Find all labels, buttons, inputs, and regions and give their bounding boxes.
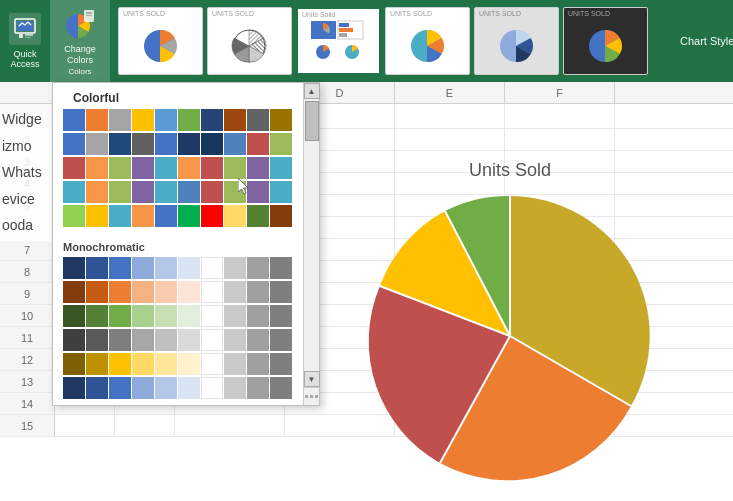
scroll-thumb[interactable] (305, 101, 319, 141)
color-swatch[interactable] (178, 329, 200, 351)
color-swatch[interactable] (109, 205, 131, 227)
color-swatch[interactable] (132, 133, 154, 155)
color-swatch[interactable] (224, 157, 246, 179)
color-swatch[interactable] (86, 181, 108, 203)
color-swatch[interactable] (201, 181, 223, 203)
color-swatch[interactable] (86, 157, 108, 179)
color-swatch[interactable] (270, 157, 292, 179)
color-swatch[interactable] (201, 205, 223, 227)
color-swatch[interactable] (132, 157, 154, 179)
chart-thumb-4[interactable]: UNITS SOLD (385, 7, 470, 75)
color-swatch[interactable] (155, 353, 177, 375)
cell[interactable] (505, 129, 615, 150)
color-swatch[interactable] (63, 377, 85, 399)
color-swatch[interactable] (155, 181, 177, 203)
color-swatch[interactable] (201, 329, 223, 351)
chart-thumb-6[interactable]: UNITS SOLD (563, 7, 648, 75)
color-swatch[interactable] (270, 109, 292, 131)
color-swatch[interactable] (63, 133, 85, 155)
color-swatch[interactable] (178, 377, 200, 399)
color-swatch[interactable] (63, 281, 85, 303)
color-swatch[interactable] (178, 205, 200, 227)
color-swatch[interactable] (155, 205, 177, 227)
color-swatch[interactable] (247, 133, 269, 155)
color-swatch[interactable] (63, 305, 85, 327)
color-swatch[interactable] (132, 205, 154, 227)
color-swatch[interactable] (270, 329, 292, 351)
color-swatch[interactable] (270, 281, 292, 303)
color-swatch[interactable] (270, 181, 292, 203)
cell[interactable] (175, 415, 285, 436)
color-swatch[interactable] (155, 305, 177, 327)
color-swatch[interactable] (155, 109, 177, 131)
color-swatch[interactable] (201, 353, 223, 375)
color-swatch[interactable] (201, 109, 223, 131)
color-swatch[interactable] (224, 281, 246, 303)
color-swatch[interactable] (86, 377, 108, 399)
color-swatch[interactable] (86, 133, 108, 155)
color-swatch[interactable] (132, 257, 154, 279)
color-swatch[interactable] (178, 281, 200, 303)
color-swatch[interactable] (247, 257, 269, 279)
color-swatch[interactable] (247, 157, 269, 179)
color-swatch[interactable] (132, 353, 154, 375)
color-swatch[interactable] (270, 257, 292, 279)
chart-thumb-5[interactable]: UNITS SOLD (474, 7, 559, 75)
color-swatch[interactable] (155, 377, 177, 399)
color-swatch[interactable] (224, 305, 246, 327)
color-swatch[interactable] (109, 377, 131, 399)
cell[interactable] (395, 129, 505, 150)
color-swatch[interactable] (224, 133, 246, 155)
color-swatch[interactable] (86, 305, 108, 327)
color-swatch[interactable] (247, 353, 269, 375)
color-swatch[interactable] (201, 305, 223, 327)
color-swatch[interactable] (109, 329, 131, 351)
color-swatch[interactable] (178, 181, 200, 203)
color-swatch[interactable] (155, 257, 177, 279)
color-swatch[interactable] (178, 157, 200, 179)
color-swatch[interactable] (178, 109, 200, 131)
color-swatch[interactable] (178, 305, 200, 327)
color-swatch[interactable] (109, 353, 131, 375)
color-swatch[interactable] (86, 329, 108, 351)
color-swatch[interactable] (86, 281, 108, 303)
color-swatch[interactable] (247, 205, 269, 227)
color-swatch[interactable] (224, 205, 246, 227)
cell[interactable] (55, 415, 115, 436)
color-swatch[interactable] (63, 205, 85, 227)
color-swatch[interactable] (109, 281, 131, 303)
color-swatch[interactable] (178, 353, 200, 375)
color-swatch[interactable] (132, 181, 154, 203)
color-swatch[interactable] (224, 353, 246, 375)
color-swatch[interactable] (86, 257, 108, 279)
color-swatch[interactable] (109, 257, 131, 279)
scroll-down-button[interactable]: ▼ (304, 371, 320, 387)
color-swatch[interactable] (247, 109, 269, 131)
change-colors-button[interactable]: ChangeColors Colors (50, 0, 110, 82)
color-swatch[interactable] (132, 377, 154, 399)
color-swatch[interactable] (63, 353, 85, 375)
color-swatch[interactable] (132, 329, 154, 351)
color-swatch[interactable] (155, 329, 177, 351)
color-swatch[interactable] (247, 329, 269, 351)
color-swatch[interactable] (224, 109, 246, 131)
chart-thumb-2[interactable]: UNITS SOLD (207, 7, 292, 75)
cell[interactable] (505, 104, 615, 128)
color-swatch[interactable] (109, 157, 131, 179)
color-swatch[interactable] (270, 305, 292, 327)
col-header-e[interactable]: E (395, 82, 505, 104)
scrollbar-track[interactable]: ▲ ▼ (303, 83, 319, 405)
color-swatch[interactable] (109, 109, 131, 131)
color-swatch[interactable] (63, 109, 85, 131)
scroll-up-button[interactable]: ▲ (304, 83, 320, 99)
color-swatch[interactable] (63, 157, 85, 179)
color-swatch[interactable] (247, 181, 269, 203)
color-swatch[interactable] (86, 205, 108, 227)
color-swatch[interactable] (224, 329, 246, 351)
color-swatch[interactable] (247, 305, 269, 327)
color-swatch[interactable] (109, 305, 131, 327)
color-swatch[interactable] (178, 257, 200, 279)
color-swatch[interactable] (270, 133, 292, 155)
quick-access-button[interactable]: Quick Access (0, 0, 50, 82)
col-header-f[interactable]: F (505, 82, 615, 104)
